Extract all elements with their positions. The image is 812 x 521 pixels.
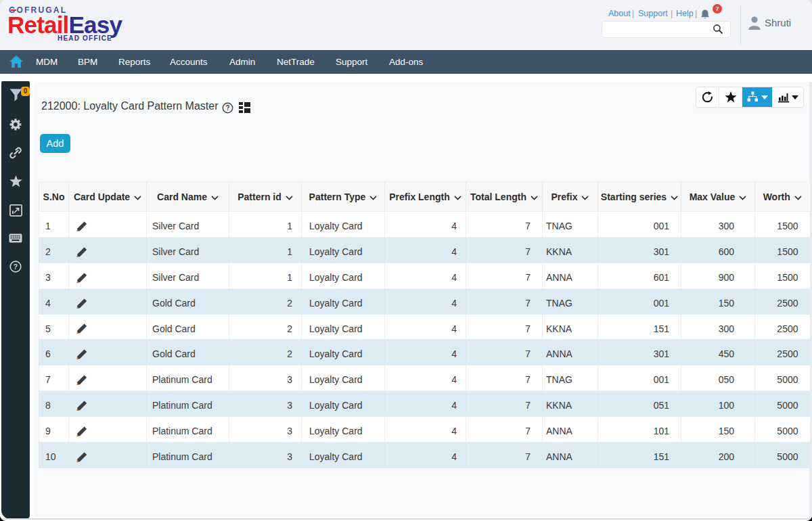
svg-text:?: ?: [225, 104, 229, 112]
svg-text:?: ?: [14, 263, 18, 271]
